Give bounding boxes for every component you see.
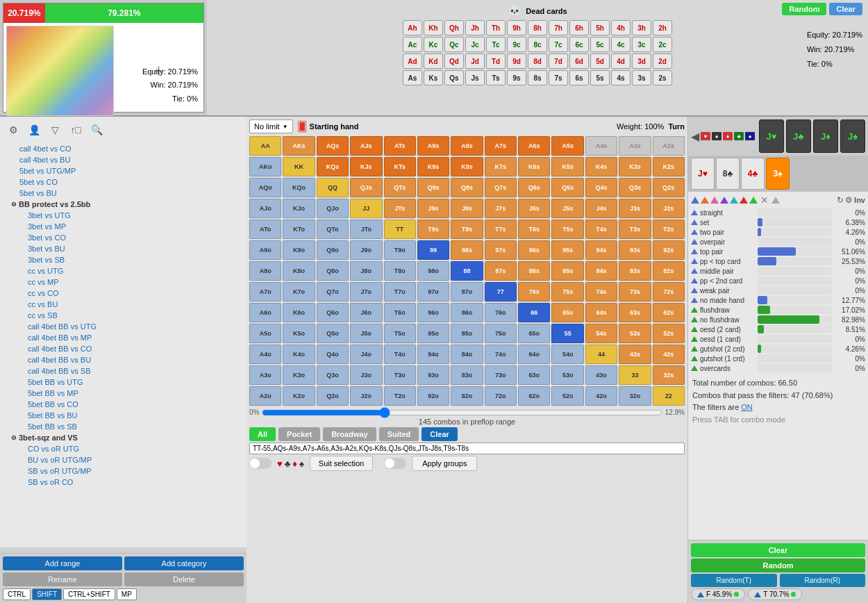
sidebar-item-22[interactable]: 5bet BB vs MP: [3, 388, 244, 399]
range-cell-87s[interactable]: 87s: [485, 261, 517, 281]
range-cell-aqs[interactable]: AQs: [317, 136, 349, 156]
range-cell-j6o[interactable]: J6o: [350, 303, 382, 322]
range-cell-a6s[interactable]: A6s: [518, 136, 550, 156]
flop-card-1[interactable]: J♥: [691, 158, 715, 190]
range-cell-97o[interactable]: 97o: [417, 282, 449, 302]
sidebar-item-10[interactable]: 3bet vs SB: [3, 254, 244, 265]
refresh-icon[interactable]: ↻: [837, 195, 844, 205]
sidebar-item-8[interactable]: 3bet vs CO: [3, 232, 244, 243]
range-cell-j6s[interactable]: J6s: [518, 199, 550, 218]
badge-f[interactable]: F 45.9%: [691, 588, 745, 600]
all-button[interactable]: All: [249, 427, 276, 441]
apply-groups-toggle[interactable]: [384, 458, 406, 469]
range-cell-k8o[interactable]: K8o: [283, 261, 315, 281]
sidebar-item-25[interactable]: 5bet BB vs SB: [3, 421, 244, 432]
range-cell-q9s[interactable]: Q9s: [417, 178, 449, 197]
suit-selection-button[interactable]: Suit selection: [310, 456, 373, 471]
sidebar-item-6[interactable]: 3bet vs UTG: [3, 210, 244, 221]
dead-card-ad[interactable]: Ad: [403, 53, 422, 69]
range-cell-qq[interactable]: QQ: [317, 178, 349, 197]
search-icon[interactable]: 🔍: [89, 122, 104, 138]
range-cell-93s[interactable]: 93s: [619, 240, 651, 260]
sidebar-item-9[interactable]: 3bet vs BU: [3, 243, 244, 254]
range-cell-22[interactable]: 22: [653, 386, 685, 406]
range-cell-aks[interactable]: AKs: [283, 136, 315, 156]
board-card-jd[interactable]: J♦: [813, 119, 838, 153]
range-cell-k5s[interactable]: K5s: [551, 157, 583, 176]
dead-card-2d[interactable]: 2d: [653, 53, 672, 69]
filter-tri-2[interactable]: [691, 229, 698, 235]
dead-card-qh[interactable]: Qh: [444, 20, 464, 35]
dead-card-ac[interactable]: Ac: [403, 37, 422, 52]
filter-icon-cyan[interactable]: [730, 197, 738, 204]
range-cell-a2s[interactable]: A2s: [653, 136, 685, 156]
range-cell-84s[interactable]: 84s: [585, 261, 617, 281]
dead-card-jc[interactable]: Jc: [465, 37, 485, 52]
range-cell-32o[interactable]: 32o: [619, 386, 651, 406]
range-cell-64o[interactable]: 64o: [518, 345, 550, 364]
range-cell-jj[interactable]: JJ: [350, 199, 382, 218]
range-cell-98s[interactable]: 98s: [451, 240, 483, 260]
flop-card-2[interactable]: 8♣: [716, 158, 740, 190]
range-cell-q7s[interactable]: Q7s: [485, 178, 517, 197]
range-cell-kk[interactable]: KK: [283, 157, 315, 176]
range-cell-66[interactable]: 66: [518, 303, 550, 322]
sidebar-item-20[interactable]: call 4bet BB vs SB: [3, 365, 244, 377]
range-cell-44[interactable]: 44: [585, 345, 617, 364]
range-cell-62s[interactable]: 62s: [653, 303, 685, 322]
range-cell-a2o[interactable]: A2o: [249, 386, 281, 406]
filter-tri-11[interactable]: [691, 317, 698, 322]
range-cell-q7o[interactable]: Q7o: [317, 282, 349, 302]
range-cell-83s[interactable]: 83s: [619, 261, 651, 281]
range-cell-aqo[interactable]: AQo: [249, 178, 281, 197]
dead-card-9h[interactable]: 9h: [507, 20, 526, 35]
ctrl-key[interactable]: CTRL: [3, 588, 31, 600]
dead-card-4h[interactable]: 4h: [611, 20, 631, 35]
flop-card-3[interactable]: 4♣: [741, 158, 765, 190]
random-filter-button[interactable]: Random: [691, 559, 865, 572]
range-cell-qjs[interactable]: QJs: [350, 178, 382, 197]
filter-tri-0[interactable]: [691, 210, 698, 215]
range-cell-65o[interactable]: 65o: [518, 324, 550, 343]
range-cell-q8s[interactable]: Q8s: [451, 178, 483, 197]
filter-icon-gray[interactable]: [771, 197, 780, 204]
range-cell-j8o[interactable]: J8o: [350, 261, 382, 281]
dead-card-6h[interactable]: 6h: [569, 20, 589, 35]
range-cell-a4s[interactable]: A4s: [585, 136, 617, 156]
range-cell-ats[interactable]: ATs: [384, 136, 416, 156]
range-cell-k6s[interactable]: K6s: [518, 157, 550, 176]
range-cell-53s[interactable]: 53s: [619, 324, 651, 343]
sidebar-item-4[interactable]: 5bet vs BU: [3, 188, 244, 199]
range-cell-a4o[interactable]: A4o: [249, 345, 281, 364]
filter-icon-pink[interactable]: [710, 197, 719, 204]
range-cell-a6o[interactable]: A6o: [249, 303, 281, 322]
filters-on-link[interactable]: ON: [741, 403, 753, 411]
range-cell-95o[interactable]: 95o: [417, 324, 449, 343]
filter-tri-5[interactable]: [691, 258, 698, 264]
filter-tri-4[interactable]: [691, 249, 698, 254]
range-cell-85s[interactable]: 85s: [551, 261, 583, 281]
range-cell-33[interactable]: 33: [619, 365, 651, 385]
range-cell-q2o[interactable]: Q2o: [317, 386, 349, 406]
filter-tri-14[interactable]: [691, 346, 698, 352]
dead-card-2c[interactable]: 2c: [653, 37, 672, 52]
range-cell-t6s[interactable]: T6s: [518, 220, 550, 239]
dead-card-9d[interactable]: 9d: [507, 53, 526, 69]
range-cell-ato[interactable]: ATo: [249, 220, 281, 239]
dead-card-kd[interactable]: Kd: [424, 53, 443, 69]
range-cell-t9s[interactable]: T9s: [417, 220, 449, 239]
dead-card-6d[interactable]: 6d: [569, 53, 589, 69]
range-cell-j8s[interactable]: J8s: [451, 199, 483, 218]
prev-arrow[interactable]: ◀: [691, 130, 699, 143]
filter-icon-green[interactable]: [749, 197, 758, 204]
range-cell-74s[interactable]: 74s: [585, 282, 617, 302]
range-cell-52o[interactable]: 52o: [551, 386, 583, 406]
range-cell-ako[interactable]: AKo: [249, 157, 281, 176]
range-cell-j9o[interactable]: J9o: [350, 240, 382, 260]
range-cell-q5s[interactable]: Q5s: [551, 178, 583, 197]
range-cell-q3s[interactable]: Q3s: [619, 178, 651, 197]
range-cell-qto[interactable]: QTo: [317, 220, 349, 239]
range-cell-72o[interactable]: 72o: [485, 386, 517, 406]
dead-card-5s[interactable]: 5s: [590, 70, 610, 85]
range-cell-kqs[interactable]: KQs: [317, 157, 349, 176]
